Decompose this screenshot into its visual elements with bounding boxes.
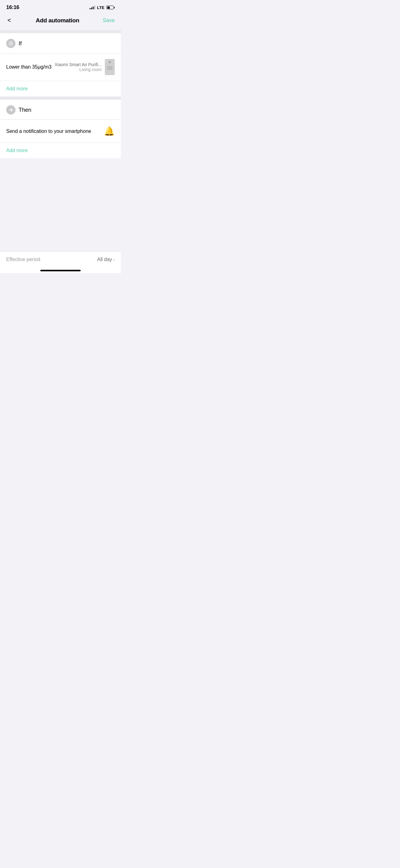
bell-icon: 🔔	[104, 126, 115, 136]
bottom-spacer	[0, 158, 121, 251]
notification-text: Send a notification to your smartphone	[6, 128, 91, 134]
notification-row[interactable]: Send a notification to your smartphone 🔔	[0, 120, 121, 143]
effective-period-label: Effective period	[6, 257, 40, 262]
page-title: Add automation	[36, 17, 79, 24]
top-divider	[0, 30, 121, 33]
svg-rect-0	[9, 42, 13, 42]
effective-period-value-text: All day	[97, 257, 112, 262]
air-purifier-icon	[105, 59, 115, 75]
svg-rect-2	[9, 45, 13, 45]
then-section-header: Then	[0, 100, 121, 120]
save-button[interactable]: Save	[103, 18, 115, 24]
condition-device: Xiaomi Smart Air Purifi... Living room	[55, 59, 115, 75]
if-section: If Lower than 35μg/m3 Xiaomi Smart Air P…	[0, 33, 121, 97]
condition-value: Lower than 35μg/m3	[6, 64, 52, 70]
arrow-right-icon	[8, 107, 14, 113]
device-info: Xiaomi Smart Air Purifi... Living room	[55, 62, 102, 72]
chevron-right-icon: ›	[113, 257, 115, 262]
svg-rect-1	[9, 43, 13, 44]
if-icon	[6, 39, 15, 48]
then-section: Then Send a notification to your smartph…	[0, 100, 121, 158]
then-label: Then	[19, 107, 31, 113]
status-time: 16:16	[6, 4, 19, 10]
then-add-more-button[interactable]: Add more	[0, 143, 121, 158]
if-section-header: If	[0, 33, 121, 53]
nav-header: < Add automation Save	[0, 13, 121, 30]
home-indicator	[0, 267, 121, 273]
if-label: If	[19, 40, 22, 47]
effective-period-row[interactable]: Effective period All day ›	[0, 251, 121, 267]
device-name: Xiaomi Smart Air Purifi...	[55, 62, 102, 67]
home-bar	[40, 270, 80, 271]
status-right: LTE	[90, 5, 115, 10]
device-room: Living room	[55, 67, 102, 72]
if-add-more-button[interactable]: Add more	[0, 81, 121, 97]
air-purifier-lines	[107, 66, 112, 69]
signal-icon	[90, 6, 95, 9]
lte-label: LTE	[97, 5, 104, 10]
back-button[interactable]: <	[6, 16, 12, 25]
battery-icon	[106, 6, 115, 9]
list-icon	[8, 41, 14, 46]
effective-period-value: All day ›	[97, 257, 115, 262]
status-bar: 16:16 LTE	[0, 0, 121, 13]
condition-row[interactable]: Lower than 35μg/m3 Xiaomi Smart Air Puri…	[0, 53, 121, 81]
then-icon	[6, 105, 15, 115]
middle-divider	[0, 97, 121, 100]
